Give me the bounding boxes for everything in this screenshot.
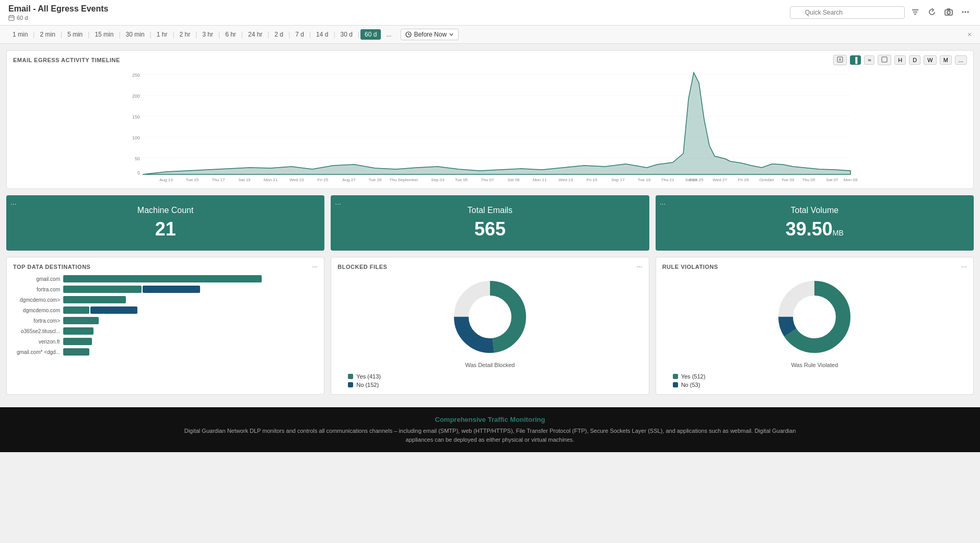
calendar-icon	[8, 15, 15, 21]
time-btn-1hr[interactable]: 1 hr	[153, 29, 172, 40]
camera-icon	[944, 8, 953, 16]
time-btn-2d[interactable]: 2 d	[270, 29, 287, 40]
legend-dot-teal-1	[348, 374, 353, 379]
bar-teal-0	[63, 275, 262, 282]
blocked-files-panel: BLOCKED FILES ··· Was Detail Blocked Yes	[331, 257, 649, 395]
svg-rect-0	[9, 16, 14, 20]
rule-violations-panel: RULE VIOLATIONS ··· Was Rule Violated Ye…	[656, 257, 974, 395]
refresh-button[interactable]	[926, 6, 938, 20]
destinations-dots[interactable]: ···	[312, 264, 318, 270]
time-btn-1min[interactable]: 1 min	[8, 29, 32, 40]
violations-yes-label: Yes (512)	[681, 373, 706, 380]
total-volume-unit: MB	[833, 229, 844, 237]
bar-teal-5	[63, 327, 94, 335]
chart-ctrl-icon1[interactable]	[833, 55, 847, 65]
legend-dot-blue-2	[673, 382, 678, 387]
svg-text:Thu September: Thu September	[389, 178, 418, 182]
svg-text:Sat 19: Sat 19	[238, 178, 251, 182]
svg-text:Thu 07: Thu 07	[481, 178, 494, 182]
svg-text:Tue 05: Tue 05	[455, 178, 468, 182]
svg-text:Wed 27: Wed 27	[713, 178, 727, 182]
svg-text:50: 50	[135, 156, 140, 161]
stat-card-dots-1[interactable]: ···	[10, 199, 17, 208]
destinations-title: TOP DATA DESTINATIONS ···	[13, 264, 318, 270]
time-btn-60d[interactable]: 60 d	[360, 29, 381, 40]
time-btn-3hr[interactable]: 3 hr	[198, 29, 217, 40]
svg-text:Thu 21: Thu 21	[661, 178, 674, 182]
rule-violations-donut-label: Was Rule Violated	[791, 362, 838, 368]
bar-label-1: fortra.com	[13, 287, 60, 292]
time-btn-24hr[interactable]: 24 hr	[244, 29, 266, 40]
time-btn-7d[interactable]: 7 d	[291, 29, 308, 40]
before-now-selector[interactable]: Before Now	[401, 29, 459, 40]
bar-row-gmail: gmail.com	[13, 275, 318, 282]
stat-card-dots-3[interactable]: ···	[660, 199, 666, 208]
svg-text:150: 150	[132, 114, 140, 120]
blocked-files-legend: Yes (413) No (152)	[348, 373, 381, 388]
chart-ctrl-W[interactable]: W	[924, 55, 936, 65]
blocked-files-donut-area: Was Detail Blocked Yes (413) No (152)	[337, 275, 642, 388]
time-btn-5min[interactable]: 5 min	[63, 29, 87, 40]
filter-button[interactable]	[909, 6, 921, 20]
svg-text:Fri 29: Fri 29	[738, 178, 749, 182]
timeline-svg: 250 200 150 100 50 0 Aug 13 Tue 15 Thu 1…	[13, 67, 967, 182]
search-input[interactable]	[790, 6, 905, 19]
blocked-files-dots[interactable]: ···	[637, 264, 643, 270]
blocked-files-title: BLOCKED FILES ···	[337, 264, 642, 270]
time-btn-30d[interactable]: 30 d	[336, 29, 357, 40]
chart-ctrl-H[interactable]: H	[894, 55, 906, 65]
svg-text:Mon 21: Mon 21	[264, 178, 278, 182]
total-emails-value: 565	[341, 218, 638, 240]
bar-teal-1	[63, 286, 142, 293]
stat-card-dots-2[interactable]: ···	[335, 199, 341, 208]
close-button[interactable]: ×	[967, 30, 972, 39]
refresh-icon	[928, 8, 936, 16]
machine-count-value: 21	[17, 218, 314, 240]
total-emails-card: ··· Total Emails 565	[331, 195, 649, 251]
expand-icon	[881, 56, 888, 63]
blocked-files-donut	[448, 275, 532, 359]
time-btn-2min[interactable]: 2 min	[36, 29, 59, 40]
total-emails-label: Total Emails	[341, 206, 638, 215]
bar-row-gmail2: gmail.com* <dgd...	[13, 348, 318, 356]
svg-point-69	[794, 296, 835, 338]
blocked-no-label: No (152)	[356, 382, 379, 388]
footer-title: Comprehensive Traffic Monitoring	[8, 416, 972, 423]
chevron-down-icon	[449, 32, 454, 37]
svg-text:Aug 27: Aug 27	[342, 178, 356, 182]
header-left: Email - All Egress Events 60 d	[8, 4, 108, 21]
svg-point-11	[962, 11, 964, 13]
timeline-chart-card: EMAIL EGRESS ACTIVITY TIMELINE ▐ ≈ H D W…	[6, 50, 974, 189]
chart-ctrl-D[interactable]: D	[909, 55, 920, 65]
svg-text:Tue 15: Tue 15	[186, 178, 199, 182]
bar-label-4: fortra.com>	[13, 318, 60, 324]
svg-text:200: 200	[132, 93, 140, 99]
legend-dot-teal-2	[673, 374, 678, 379]
time-btn-30min[interactable]: 30 min	[122, 29, 149, 40]
time-btn-15min[interactable]: 15 min	[90, 29, 118, 40]
svg-text:Tue 19: Tue 19	[638, 178, 651, 182]
more-button[interactable]	[959, 6, 972, 20]
total-volume-card: ··· Total Volume 39.50MB	[656, 195, 974, 251]
svg-line-16	[409, 34, 410, 36]
bar-blue-3	[90, 306, 137, 314]
panels-row: TOP DATA DESTINATIONS ··· gmail.com fort…	[6, 257, 974, 395]
svg-text:Thu 05: Thu 05	[802, 178, 815, 182]
rule-violations-donut-area: Was Rule Violated Yes (512) No (53)	[662, 275, 967, 388]
time-btn-2hr[interactable]: 2 hr	[176, 29, 195, 40]
time-btn-6hr[interactable]: 6 hr	[221, 29, 240, 40]
chart-ctrl-toggle[interactable]: ▐	[850, 55, 861, 65]
svg-text:Fri 25: Fri 25	[318, 178, 329, 182]
bar-row-fortra: fortra.com	[13, 286, 318, 293]
chart-ctrl-expand[interactable]	[878, 55, 891, 65]
chart-ctrl-more[interactable]: ...	[955, 55, 967, 65]
header-right	[790, 6, 972, 20]
chart-ctrl-icon3[interactable]: ≈	[864, 55, 874, 65]
time-btn-14d[interactable]: 14 d	[312, 29, 332, 40]
camera-button[interactable]	[942, 6, 955, 20]
bar-label-3: dgmcdemo.com	[13, 308, 60, 313]
chart-ctrl-M[interactable]: M	[940, 55, 952, 65]
blocked-no-legend: No (152)	[348, 382, 381, 388]
time-more-button[interactable]: ...	[382, 29, 395, 40]
rule-violations-dots[interactable]: ···	[961, 264, 967, 270]
